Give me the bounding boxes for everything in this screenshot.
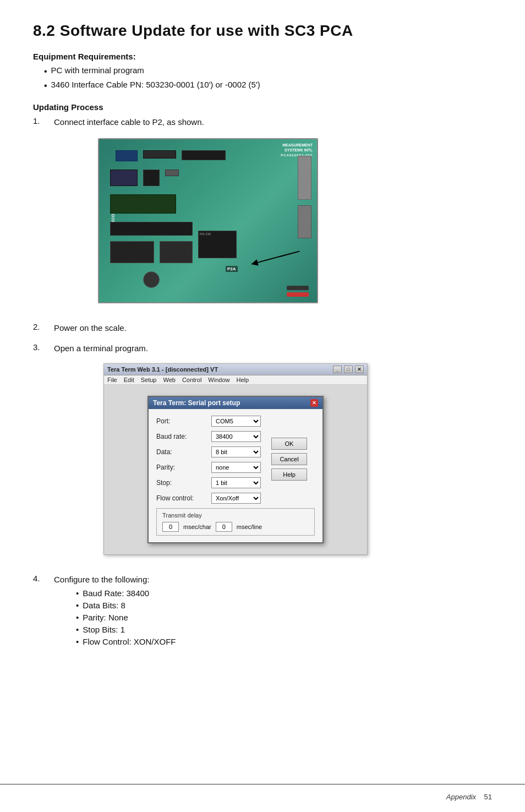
step-text-3: Open a terminal program. — [54, 344, 148, 353]
pcb-rs232: RS-232 — [198, 231, 237, 258]
list-item: 3460 Interface Cable PN: 503230-0001 (10… — [44, 80, 492, 92]
pcb-chip-4 — [110, 170, 138, 186]
pcb-chip-2 — [143, 150, 176, 159]
config-item-baud: Baud Rate: 38400 — [76, 588, 176, 598]
terminal-window: Tera Term Web 3.1 - [disconnected] VT _ … — [103, 363, 368, 555]
list-item: PC with terminal program — [44, 66, 492, 78]
baud-label: Baud rate: — [156, 433, 211, 440]
data-select[interactable]: 8 bit — [211, 446, 261, 457]
step-num-4: 4. — [33, 574, 48, 583]
pcb-chip-10 — [160, 241, 193, 263]
pcb-chip-3 — [182, 150, 226, 160]
step-text-2: Power on the scale. — [54, 322, 127, 335]
footer-page: 51 — [484, 793, 492, 801]
serial-flow-row: Flow control: Xon/Xoff — [156, 493, 315, 504]
step-4: 4. Configure to the following: Baud Rate… — [33, 574, 492, 649]
cancel-button[interactable]: Cancel — [271, 453, 307, 465]
equipment-heading: Equipment Requirements: — [33, 52, 492, 61]
config-item-stop: Stop Bits: 1 — [76, 625, 176, 634]
menu-file[interactable]: File — [107, 377, 117, 383]
pcb-p2-text: P2A — [226, 266, 238, 272]
terminal-titlebar: Tera Term Web 3.1 - [disconnected] VT _ … — [104, 364, 367, 375]
serial-close-button[interactable]: ✕ — [310, 399, 318, 407]
data-label: Data: — [156, 448, 211, 456]
serial-fields-container: Port: COM5 Baud rate: 38400 — [156, 416, 315, 504]
updating-section: Updating Process 1. Connect interface ca… — [33, 102, 492, 649]
parity-select[interactable]: none — [211, 462, 261, 473]
serial-dialog-title-text: Tera Term: Serial port setup — [153, 399, 240, 407]
equipment-list: PC with terminal program 3460 Interface … — [44, 66, 492, 92]
equipment-section: Equipment Requirements: PC with terminal… — [33, 52, 492, 92]
step-num-2: 2. — [33, 322, 48, 331]
delay-msec-char-label: msec/char — [183, 524, 211, 530]
pcb-connector-right — [298, 156, 311, 200]
pcb-chip-8 — [110, 222, 193, 236]
pcb-chip-9 — [110, 241, 154, 263]
delay-msec-line-label: msec/line — [237, 524, 262, 530]
step-num-1: 1. — [33, 116, 48, 126]
config-item-flow: Flow Control: XON/XOFF — [76, 637, 176, 646]
parity-label: Parity: — [156, 464, 211, 471]
terminal-body: Tera Term: Serial port setup ✕ Port: — [104, 385, 367, 554]
stop-label: Stop: — [156, 479, 211, 487]
footer-label: Appendix — [446, 793, 476, 801]
pcb-chip-6 — [165, 170, 179, 176]
step-list: 1. Connect interface cable to P2, as sho… — [33, 116, 492, 649]
step-3: 3. Open a terminal program. Tera Term We… — [33, 342, 492, 564]
minimize-button[interactable]: _ — [333, 366, 342, 373]
help-button[interactable]: Help — [271, 468, 307, 481]
menu-control[interactable]: Control — [182, 377, 201, 383]
step-2: 2. Power on the scale. — [33, 322, 492, 335]
transmit-delay-row: msec/char msec/line — [162, 522, 309, 532]
transmit-delay-section: Transmit delay msec/char msec/line — [156, 508, 315, 536]
step-1: 1. Connect interface cable to P2, as sho… — [33, 116, 492, 314]
step-text-1: Connect interface cable to P2, as shown. — [54, 117, 204, 127]
transmit-delay-label: Transmit delay — [162, 512, 309, 519]
pcb-chip-circle — [143, 271, 160, 288]
updating-heading: Updating Process — [33, 102, 492, 112]
serial-dialog-titlebar: Tera Term: Serial port setup ✕ — [149, 397, 322, 409]
ok-button[interactable]: OK — [271, 438, 307, 450]
serial-port-dialog: Tera Term: Serial port setup ✕ Port: — [147, 396, 324, 543]
pcb-wire-black — [287, 286, 309, 290]
config-item-parity: Parity: None — [76, 613, 176, 622]
config-item-data: Data Bits: 8 — [76, 601, 176, 610]
port-select[interactable]: COM5 — [211, 416, 261, 427]
menu-edit[interactable]: Edit — [124, 377, 134, 383]
configure-list: Baud Rate: 38400 Data Bits: 8 Parity: No… — [76, 588, 176, 646]
pcb-chip-1 — [116, 150, 138, 161]
menu-help[interactable]: Help — [236, 377, 249, 383]
serial-button-group: OK Cancel Help — [271, 438, 307, 481]
footer-text: Appendix 51 — [446, 793, 492, 801]
flow-label: Flow control: — [156, 494, 211, 502]
flow-select[interactable]: Xon/Xoff — [211, 493, 261, 504]
pcb-wire-red — [287, 292, 309, 297]
delay-msec-char-input[interactable] — [162, 522, 179, 532]
page-title: 8.2 Software Update for use with SC3 PCA — [33, 22, 492, 40]
pcb-background: MEASUREMENTSYSTEMS INTLPCA502063-000 SCA… — [99, 139, 317, 302]
terminal-title: Tera Term Web 3.1 - [disconnected] VT — [107, 366, 218, 373]
close-button[interactable]: ✕ — [355, 366, 364, 373]
terminal-menubar: File Edit Setup Web Control Window Help — [104, 375, 367, 385]
titlebar-controls: _ □ ✕ — [333, 366, 364, 373]
pcb-chip-7 — [110, 194, 176, 214]
menu-web[interactable]: Web — [163, 377, 175, 383]
pcb-image: MEASUREMENTSYSTEMS INTLPCA502063-000 SCA… — [98, 138, 318, 303]
delay-msec-line-input[interactable] — [216, 522, 232, 532]
serial-dialog-body: Port: COM5 Baud rate: 38400 — [149, 409, 322, 542]
footer-line — [0, 784, 525, 784]
baud-select[interactable]: 38400 — [211, 431, 261, 442]
menu-window[interactable]: Window — [208, 377, 229, 383]
serial-port-row: Port: COM5 — [156, 416, 315, 427]
port-label: Port: — [156, 417, 211, 425]
menu-setup[interactable]: Setup — [141, 377, 157, 383]
pcb-chip-5 — [143, 170, 160, 186]
step-text-4: Configure to the following: — [54, 575, 149, 584]
pcb-arrowhead — [250, 259, 259, 268]
stop-select[interactable]: 1 bit — [211, 477, 261, 488]
pcb-arrow-line — [251, 251, 299, 265]
pcb-connector-right2 — [298, 205, 311, 238]
maximize-button[interactable]: □ — [344, 366, 353, 373]
step-num-3: 3. — [33, 342, 48, 352]
